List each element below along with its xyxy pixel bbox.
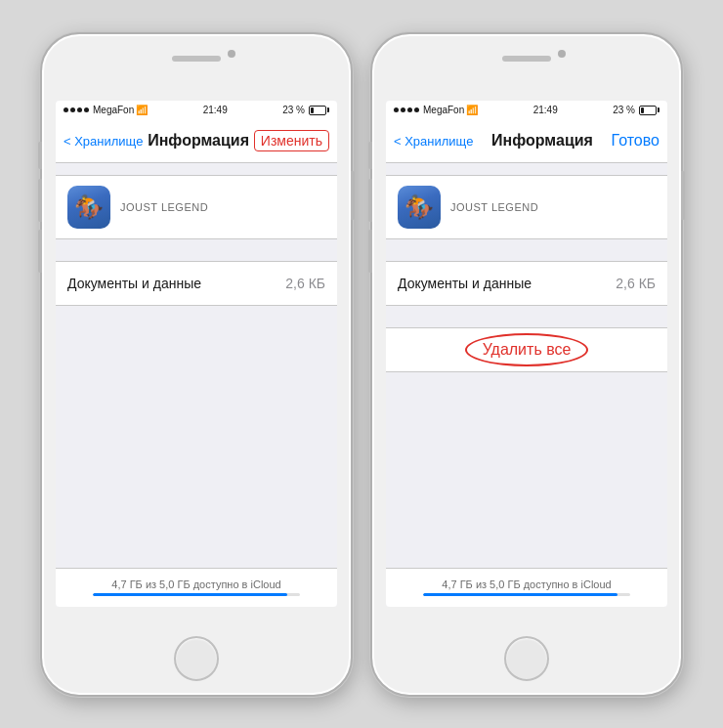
wifi-icon-left: 📶 [136,105,148,115]
battery-percent-right: 23 % [613,105,635,115]
phone-right: MegaFon 📶 21:49 23 % [370,32,683,697]
volume-up-left[interactable] [38,179,42,222]
delete-row-right: Удалить все [386,328,667,371]
spacer-right [386,163,667,175]
phone-left: MegaFon 📶 21:49 23 % [40,32,353,697]
battery-tip-left [327,107,329,112]
battery-body-right [639,106,657,115]
content-right: JOUST LEGEND Документы и данные 2,6 КБ [386,163,667,607]
status-left-left: MegaFon 📶 [64,105,148,115]
power-button-right[interactable] [681,171,685,220]
status-right-right: 23 % [613,105,659,115]
icloud-bar-right: 4,7 ГБ из 5,0 ГБ доступно в iCloud [386,568,667,607]
rdot4 [414,107,419,112]
rdot2 [401,107,405,112]
dot1 [64,107,68,112]
icloud-text-left: 4,7 ГБ из 5,0 ГБ доступно в iCloud [111,578,280,590]
dot2 [70,107,75,112]
carrier-left: MegaFon [93,105,134,115]
mute-button-left[interactable] [38,142,42,169]
data-section-right: Документы и данные 2,6 КБ [386,261,667,306]
icloud-bar-left: 4,7 ГБ из 5,0 ГБ доступно в iCloud [56,568,337,607]
delete-circled-right: Удалить все [483,341,572,359]
dot4 [84,107,89,112]
data-label-right: Документы и данные [398,276,532,291]
rdot3 [407,107,412,112]
data-row-left: Документы и данные 2,6 КБ [56,262,337,305]
wifi-icon-right: 📶 [466,105,478,115]
app-section-right: JOUST LEGEND [386,175,667,239]
nav-bar-right: < Хранилище Информация Готово [386,120,667,163]
icloud-fill-right [423,593,617,596]
nav-bar-left: < Хранилище Информация Изменить [56,120,337,163]
status-right-left: 23 % [282,105,329,115]
volume-up-right[interactable] [368,179,372,222]
delete-section-right: Удалить все [386,327,667,372]
dot3 [77,107,82,112]
volume-down-right[interactable] [368,230,372,273]
app-icon-right [398,186,441,229]
battery-fill-left [311,107,314,113]
back-button-left[interactable]: < Хранилище [64,134,143,149]
battery-percent-left: 23 % [282,105,305,115]
nav-title-left: Информация [148,132,249,150]
action-button-right[interactable]: Готово [612,132,659,150]
time-right: 21:49 [533,105,558,115]
power-button-left[interactable] [351,171,355,220]
icloud-progress-right [423,593,629,596]
icloud-text-right: 4,7 ГБ из 5,0 ГБ доступно в iCloud [442,578,611,590]
app-name-left: JOUST LEGEND [120,201,208,213]
home-button-right[interactable] [504,636,549,681]
speaker-left [172,56,221,62]
app-name-right: JOUST LEGEND [450,201,538,213]
battery-tip-right [658,107,659,112]
screen-right: MegaFon 📶 21:49 23 % [386,101,667,607]
icloud-fill-left [93,593,287,596]
battery-body-left [309,106,326,115]
data-value-left: 2,6 КБ [285,276,325,291]
action-button-left[interactable]: Изменить [254,130,329,151]
status-bar-right: MegaFon 📶 21:49 23 % [386,101,667,120]
battery-fill-right [641,107,644,113]
home-button-left[interactable] [174,636,219,681]
data-section-left: Документы и данные 2,6 КБ [56,261,337,306]
camera-left [228,50,235,58]
back-button-right[interactable]: < Хранилище [394,134,473,149]
data-row-right: Документы и данные 2,6 КБ [386,262,667,305]
spacer-left [56,163,337,175]
signal-dots-right [394,107,419,112]
phone-shell-left: MegaFon 📶 21:49 23 % [40,32,353,697]
time-left: 21:49 [203,105,228,115]
battery-icon-left [309,106,329,115]
status-left-right: MegaFon 📶 [394,105,478,115]
app-section-left: JOUST LEGEND [56,175,337,239]
rdot1 [394,107,399,112]
phone-shell-right: MegaFon 📶 21:49 23 % [370,32,683,697]
screen-left: MegaFon 📶 21:49 23 % [56,101,337,607]
data-label-left: Документы и данные [67,276,201,291]
battery-icon-right [639,106,659,115]
icloud-progress-left [93,593,299,596]
data-value-right: 2,6 КБ [616,276,656,291]
nav-title-right: Информация [491,132,593,150]
speaker-right [502,56,551,62]
mute-button-right[interactable] [368,142,372,169]
delete-oval [465,333,589,366]
app-icon-left [67,186,110,229]
carrier-right: MegaFon [423,105,464,115]
content-left: JOUST LEGEND Документы и данные 2,6 КБ [56,163,337,607]
signal-dots-left [64,107,89,112]
status-bar-left: MegaFon 📶 21:49 23 % [56,101,337,120]
volume-down-left[interactable] [38,230,42,273]
camera-right [558,50,566,58]
